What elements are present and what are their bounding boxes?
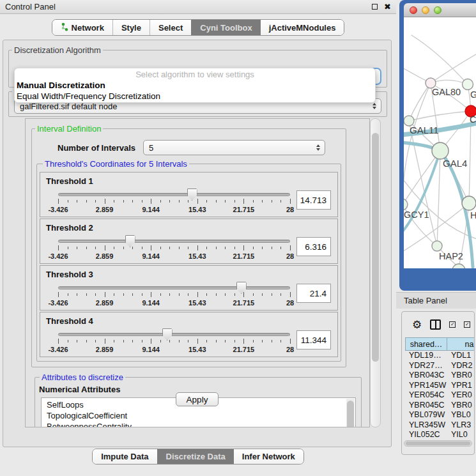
slider-track[interactable] <box>58 193 290 196</box>
bottom-tabbar: Impute DataDiscretize DataInfer Network <box>0 449 396 464</box>
tab-network[interactable]: Network <box>52 20 112 35</box>
table-cell: YDL19… <box>405 351 447 361</box>
tab-cyni-toolbox[interactable]: Cyni Toolbox <box>191 20 260 35</box>
table-header-row: shared…na <box>405 337 474 351</box>
number-of-intervals-value: 5 <box>149 143 153 153</box>
table-row[interactable]: YDL19…YDL1 <box>405 351 474 361</box>
node-label: H <box>470 210 476 220</box>
checkbox-checked-icon[interactable]: ✓ <box>464 321 470 328</box>
bottom-tab-group: Impute DataDiscretize DataInfer Network <box>92 449 304 464</box>
node-label: HAP2 <box>439 251 463 261</box>
slider-tick-labels: -3.4262.8599.14415.4321.71528 <box>58 299 290 307</box>
panel-title: Control Panel <box>5 2 56 12</box>
slider-track[interactable] <box>58 333 290 336</box>
threshold-slider-2[interactable]: -3.4262.8599.14415.4321.71528 <box>58 234 290 264</box>
number-of-intervals-combo[interactable]: 5 <box>143 140 325 155</box>
network-node[interactable] <box>432 241 442 251</box>
tab-infer-network[interactable]: Infer Network <box>234 449 303 464</box>
network-edge[interactable] <box>409 83 431 121</box>
gear-icon[interactable]: ⚙ <box>412 319 422 330</box>
column-header[interactable]: shared… <box>405 337 447 351</box>
screen: Control Panel ✖ NetworkStyleSelectCyni T… <box>0 0 476 476</box>
network-node[interactable] <box>463 79 473 90</box>
tab-jactivemnodules[interactable]: jActiveMNodules <box>261 20 344 35</box>
network-window-titlebar <box>404 3 476 17</box>
attribute-item[interactable]: BetweennessCentrality <box>47 421 355 427</box>
network-graph: GAL80GACGAL11GAL4HGCY1HAP2 <box>404 17 476 268</box>
checkbox-checked-icon[interactable]: ✓ <box>449 321 456 328</box>
network-edge-highlighted[interactable] <box>404 151 440 233</box>
threshold-value-field[interactable]: 11.344 <box>296 330 331 349</box>
tab-style[interactable]: Style <box>112 20 150 35</box>
threshold-value-field[interactable]: 14.713 <box>296 190 331 210</box>
threshold-slider-3[interactable]: -3.4262.8599.14415.4321.71528 <box>58 281 290 311</box>
close-icon[interactable]: ✖ <box>384 3 391 11</box>
network-node[interactable] <box>432 142 449 159</box>
network-node[interactable] <box>452 264 465 268</box>
table-toolbar: ⚙ ✓ ✓ <box>402 312 474 337</box>
attribute-item[interactable]: TopologicalCoefficient <box>47 410 355 421</box>
slider-ruler <box>58 245 290 251</box>
threshold-value-field[interactable]: 6.316 <box>296 237 331 256</box>
table-row[interactable]: YBL079WYBL0 <box>405 410 474 420</box>
node-label: GAL11 <box>410 125 439 135</box>
slider-tick-labels: -3.4262.8599.14415.4321.71528 <box>58 206 290 214</box>
minimize-traffic-light[interactable] <box>422 6 429 14</box>
threshold-label: Threshold 3 <box>40 266 337 279</box>
table-row[interactable]: YPR145WYPR1 <box>405 381 474 391</box>
table-horizontal-scrollbar[interactable] <box>404 440 472 447</box>
network-edge[interactable] <box>409 121 437 246</box>
table-row[interactable]: YBR043CYBR0 <box>405 371 474 381</box>
slider-track[interactable] <box>58 240 290 243</box>
table-row[interactable]: YER054CYER0 <box>405 390 474 401</box>
tab-label: jActiveMNodules <box>269 23 336 33</box>
table-row[interactable]: YIL052CYIL0 <box>405 430 474 438</box>
network-node[interactable] <box>462 196 476 210</box>
tab-label: Impute Data <box>101 452 148 461</box>
table-cell: YBL079W <box>405 410 447 420</box>
tab-impute-data[interactable]: Impute Data <box>93 449 157 464</box>
algorithm-option-manual[interactable]: Manual Discretization <box>15 80 375 91</box>
slider-track[interactable] <box>58 286 290 289</box>
threshold-slider-1[interactable]: -3.4262.8599.14415.4321.71528 <box>58 188 290 217</box>
table-cell: YIL052C <box>405 430 447 438</box>
split-column-icon[interactable] <box>430 319 441 330</box>
table-cell: YBR0 <box>447 401 474 411</box>
table-row[interactable]: YDR27…YDR2 <box>405 361 474 371</box>
network-edge[interactable] <box>437 151 440 246</box>
threshold-slider-4[interactable]: -3.4262.8599.14415.4321.71528 <box>58 328 290 357</box>
top-tabbar: NetworkStyleSelectCyni ToolboxjActiveMNo… <box>0 19 396 36</box>
slider-ruler <box>58 339 290 344</box>
settings-vertical-scrollbar[interactable] <box>370 118 381 427</box>
table-cell: YER054C <box>405 390 447 401</box>
node-label: GAL80 <box>432 87 461 97</box>
node-label: GAL4 <box>443 158 467 169</box>
network-canvas[interactable]: GAL80GACGAL11GAL4HGCY1HAP2 <box>404 17 476 268</box>
right-pane: GAL80GACGAL11GAL4HGCY1HAP2 Table Panel ⚙… <box>396 0 476 476</box>
table-row[interactable]: YLR345WYLR3 <box>405 420 474 431</box>
float-window-icon[interactable] <box>372 4 378 10</box>
table-cell: YDR27… <box>405 361 447 371</box>
table-row[interactable]: YBR045CYBR0 <box>405 401 474 411</box>
threshold-label: Threshold 2 <box>40 219 337 233</box>
zoom-traffic-light[interactable] <box>434 6 441 14</box>
apply-button[interactable]: Apply <box>176 392 219 406</box>
slider-ruler <box>58 292 290 298</box>
tab-select[interactable]: Select <box>150 20 191 35</box>
algorithm-prompt: Select algorithm to view settings <box>15 69 375 80</box>
tab-label: Discretize Data <box>166 452 226 461</box>
network-edge[interactable] <box>409 111 471 121</box>
threshold-value-field[interactable]: 21.4 <box>296 284 331 303</box>
tab-label: Select <box>158 23 183 33</box>
column-header[interactable]: na <box>447 337 475 351</box>
threshold-label: Threshold 4 <box>40 312 337 326</box>
table-cell: YPR145W <box>405 381 447 391</box>
threshold-panel-2: Threshold 2-3.4262.8599.14415.4321.71528… <box>40 219 338 264</box>
tab-discretize-data[interactable]: Discretize Data <box>157 449 234 464</box>
algorithm-option-equal-width[interactable]: Equal Width/Frequency Discretization <box>15 91 375 102</box>
network-edge[interactable] <box>431 52 476 83</box>
network-node[interactable] <box>404 199 408 210</box>
close-traffic-light[interactable] <box>410 6 417 14</box>
tab-label: Infer Network <box>242 452 295 461</box>
top-tab-group: NetworkStyleSelectCyni ToolboxjActiveMNo… <box>52 19 345 36</box>
